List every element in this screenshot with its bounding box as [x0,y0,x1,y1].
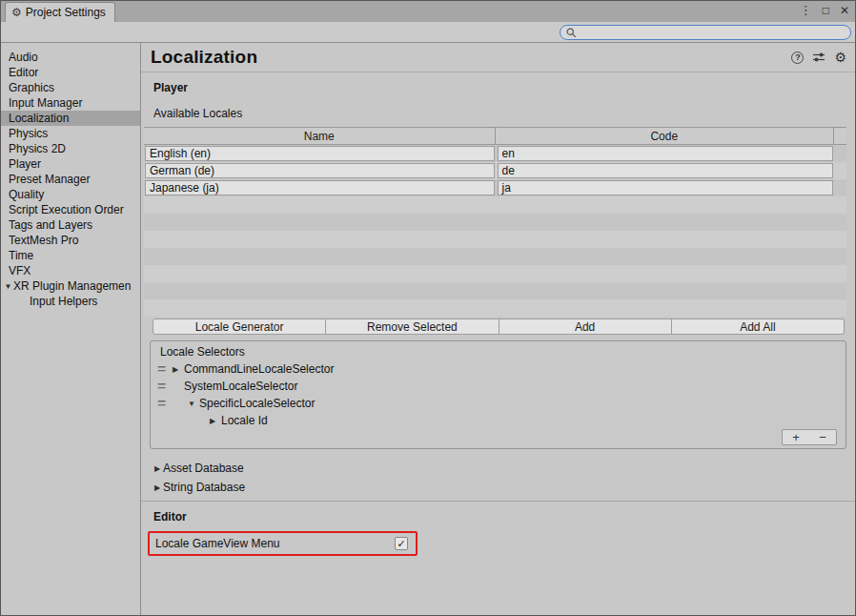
add-all-button[interactable]: Add All [672,318,845,335]
foldout-expanded-icon[interactable]: ▼ [188,400,199,408]
check-icon: ✓ [397,538,405,550]
selector-item-label: SpecificLocaleSelector [199,397,315,410]
locale-generator-button[interactable]: Locale Generator [153,318,326,335]
locale-gameview-menu-checkbox[interactable]: ✓ [395,537,408,550]
main-header: Localization ? ⚙ [141,43,855,72]
selector-item-label: SystemLocaleSelector [184,380,297,393]
locale-selectors-heading: Locale Selectors [151,344,846,360]
search-input[interactable] [577,27,850,38]
window-menu-icon[interactable]: ⋮ [800,3,812,18]
drag-handle-icon[interactable]: = [157,362,174,376]
sidebar-item-label: XR Plugin Managemen [13,279,131,293]
selector-item-commandline[interactable]: = ▶ CommandLineLocaleSelector [151,360,846,378]
table-cell: en [496,145,835,162]
column-header-name[interactable]: Name [144,128,496,144]
sidebar-item-physics[interactable]: Physics [1,126,140,141]
sidebar-item-physics-2d[interactable]: Physics 2D [1,141,140,156]
sidebar-item-time[interactable]: Time [1,248,140,263]
table-row[interactable]: Japanese (ja) ja [144,179,846,196]
sidebar-item-player[interactable]: Player [1,156,140,172]
page-title: Localization [151,47,257,68]
table-cell: English (en) [144,145,496,162]
table-header-row: Name Code [144,127,846,145]
foldout-collapsed-icon[interactable]: ▶ [210,417,221,425]
sidebar-item-label: VFX [9,264,31,277]
drag-handle-icon[interactable]: = [157,397,174,410]
sidebar-item-preset-manager[interactable]: Preset Manager [1,172,140,187]
remove-selector-button[interactable]: − [809,431,836,444]
column-header-code[interactable]: Code [496,128,835,144]
maximize-icon[interactable]: □ [823,3,829,18]
foldout-collapsed-icon[interactable]: ▶ [152,464,163,473]
sidebar-item-quality[interactable]: Quality [1,187,140,202]
string-database-foldout[interactable]: ▶ String Database [152,480,855,495]
sidebar-item-input-manager[interactable]: Input Manager [1,95,140,111]
sidebar-item-tags-and-layers[interactable]: Tags and Layers [1,217,140,233]
sidebar-item-label: Localization [9,112,69,125]
locale-selectors-box: Locale Selectors = ▶ CommandLineLocaleSe… [150,340,846,449]
sidebar-item-label: Player [9,157,41,171]
sidebar-item-label: Physics 2D [9,142,66,155]
foldout-label: Asset Database [163,462,244,475]
locale-buttons-row: Locale Generator Remove Selected Add Add… [153,318,845,335]
editor-section-heading: Editor [153,510,855,524]
table-empty-row [144,248,846,265]
locale-code-field[interactable]: ja [498,180,834,195]
sidebar-item-editor[interactable]: Editor [1,65,140,80]
sidebar-item-label: Preset Manager [9,173,90,186]
table-row[interactable]: German (de) de [144,162,846,179]
header-icons: ? ⚙ [791,51,855,64]
sidebar-item-label: Tags and Layers [9,218,92,232]
sidebar-item-audio[interactable]: Audio [1,50,140,65]
table-cell: ja [496,179,835,196]
search-box[interactable] [560,25,851,40]
sidebar-item-label: Quality [9,188,44,201]
close-icon[interactable]: ✕ [840,3,849,18]
foldout-collapsed-icon[interactable]: ▶ [152,483,163,492]
locale-code-field[interactable]: de [498,163,834,178]
table-row[interactable]: English (en) en [144,145,846,162]
section-divider [141,501,855,502]
table-cell: German (de) [144,162,496,179]
gear-icon[interactable]: ⚙ [834,51,846,64]
add-button[interactable]: Add [499,318,672,335]
sidebar-item-textmesh-pro[interactable]: TextMesh Pro [1,233,140,248]
sidebar-item-input-helpers[interactable]: Input Helpers [1,294,140,309]
foldout-expanded-icon[interactable]: ▼ [3,279,13,294]
drag-handle-icon[interactable]: = [157,380,174,393]
sidebar-item-label: Physics [9,127,48,140]
sidebar-item-localization[interactable]: Localization [1,111,140,126]
presets-icon[interactable] [812,51,825,63]
sidebar-item-label: Time [9,249,33,262]
asset-database-foldout[interactable]: ▶ Asset Database [152,461,855,476]
tab-project-settings[interactable]: ⚙ Project Settings [5,2,115,22]
sidebar-item-label: Input Manager [9,96,82,110]
project-settings-window: ⚙ Project Settings ⋮ □ ✕ Audio Editor Gr… [0,0,856,616]
add-selector-button[interactable]: + [783,431,809,444]
tab-title: Project Settings [26,6,106,19]
selector-item-locale-id[interactable]: ▶ Locale Id [151,412,846,429]
foldout-label: String Database [163,481,245,494]
selector-item-specificlocale[interactable]: = ▼ SpecificLocaleSelector [151,395,846,412]
table-cell-end [834,162,846,179]
help-icon[interactable]: ? [791,51,804,64]
locale-name-field[interactable]: German (de) [145,163,495,178]
column-header-end [834,128,846,144]
locale-name-field[interactable]: Japanese (ja) [145,180,495,195]
selector-item-label: Locale Id [221,414,268,427]
remove-selected-button[interactable]: Remove Selected [326,318,499,335]
sidebar-item-vfx[interactable]: VFX [1,263,140,278]
sidebar-item-xr-plugin-management[interactable]: ▼XR Plugin Managemen [1,278,140,294]
locale-code-field[interactable]: en [498,146,834,161]
localization-content: Player Available Locales Name Code Engli… [141,72,855,615]
sidebar-item-label: Graphics [9,81,54,94]
player-section-heading: Player [153,81,855,95]
sidebar-item-script-execution-order[interactable]: Script Execution Order [1,202,140,217]
sidebar-item-graphics[interactable]: Graphics [1,80,140,95]
search-icon [566,28,577,38]
table-empty-row [144,231,846,248]
locale-name-field[interactable]: English (en) [145,146,495,161]
sidebar-item-label: Input Helpers [30,295,97,308]
selector-item-systemlocale[interactable]: = SystemLocaleSelector [151,378,846,395]
table-empty-row [144,214,846,231]
